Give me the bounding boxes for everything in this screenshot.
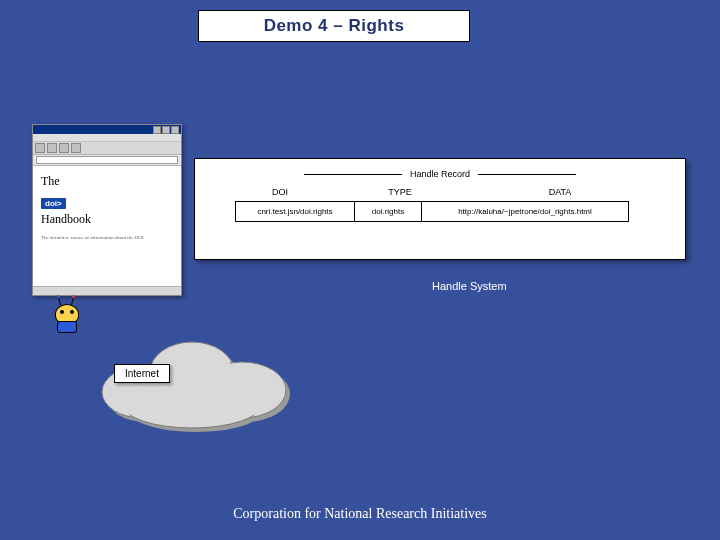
- browser-statusbar: [33, 286, 181, 295]
- col-data: DATA: [435, 187, 685, 197]
- col-type: TYPE: [365, 187, 435, 197]
- record-column-headers: DOI TYPE DATA: [195, 187, 685, 197]
- agent-icon: [50, 298, 84, 332]
- slide-title-box: Demo 4 – Rights: [198, 10, 470, 42]
- record-heading: Handle Record: [410, 169, 470, 179]
- cell-doi: cnri.test.jsn/doi.rights: [235, 201, 355, 222]
- browser-menubar: [33, 134, 181, 142]
- close-icon[interactable]: [171, 126, 179, 134]
- divider-right: [478, 174, 576, 175]
- footer-text: Corporation for National Research Initia…: [0, 506, 720, 522]
- browser-window: The doi> Handbook The definitive source …: [32, 124, 182, 296]
- record-heading-row: Handle Record: [195, 169, 685, 179]
- browser-titlebar: [33, 125, 181, 134]
- doi-badge: doi>: [41, 198, 66, 209]
- cell-data: http://kaluha/~jpetrone/doi_rights.html: [422, 201, 629, 222]
- maximize-icon[interactable]: [162, 126, 170, 134]
- toolbar-forward-icon[interactable]: [47, 143, 57, 153]
- divider-left: [304, 174, 402, 175]
- internet-cloud: Internet: [92, 322, 312, 442]
- svg-point-11: [124, 382, 260, 426]
- record-row: cnri.test.jsn/doi.rights doi.rights http…: [235, 201, 685, 222]
- browser-content: The doi> Handbook The definitive source …: [33, 166, 181, 248]
- minimize-icon[interactable]: [153, 126, 161, 134]
- browser-toolbar: [33, 142, 181, 155]
- col-doi: DOI: [195, 187, 365, 197]
- content-line-handbook: Handbook: [41, 212, 175, 227]
- toolbar-back-icon[interactable]: [35, 143, 45, 153]
- toolbar-reload-icon[interactable]: [59, 143, 69, 153]
- handle-record-panel: Handle Record DOI TYPE DATA cnri.test.js…: [194, 158, 686, 260]
- toolbar-home-icon[interactable]: [71, 143, 81, 153]
- content-subtitle: The definitive source of information abo…: [41, 235, 175, 242]
- internet-label: Internet: [114, 364, 170, 383]
- browser-urlbar: [33, 155, 181, 166]
- slide-title: Demo 4 – Rights: [264, 16, 405, 36]
- url-input[interactable]: [36, 156, 178, 164]
- handle-system-label: Handle System: [432, 280, 507, 292]
- cell-type: doi.rights: [355, 201, 422, 222]
- content-line-the: The: [41, 174, 175, 189]
